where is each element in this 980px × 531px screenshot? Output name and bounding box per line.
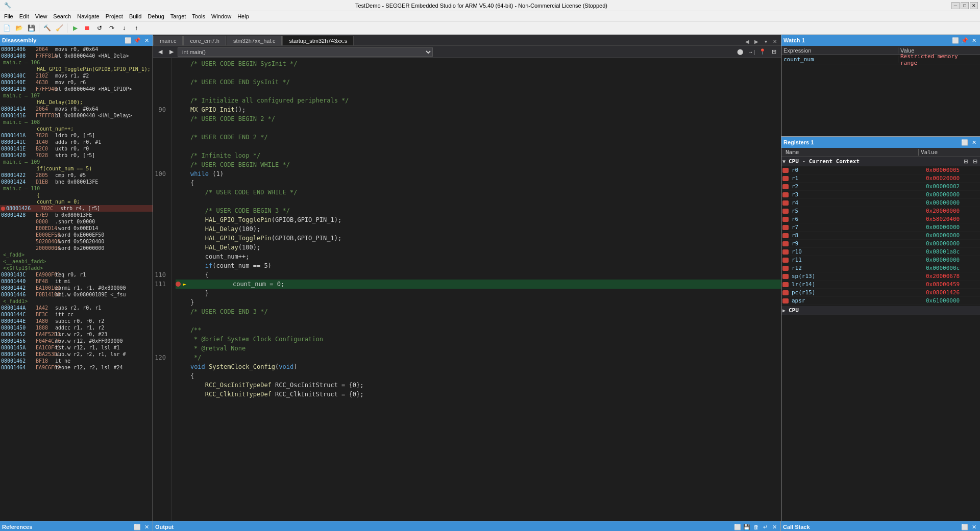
code-line[interactable]: MX_GPIO_Init(); — [176, 105, 781, 114]
disasm-float-btn[interactable]: ⬜ — [124, 36, 132, 44]
watch-close-btn[interactable]: ✕ — [970, 36, 978, 44]
code-line[interactable]: ► count_num = 0; — [176, 280, 781, 289]
new-btn[interactable]: 📄 — [1, 22, 12, 34]
menu-item-edit[interactable]: Edit — [16, 12, 32, 20]
watch-pin-btn[interactable]: 📌 — [961, 36, 969, 44]
menu-item-window[interactable]: Window — [208, 12, 234, 20]
breakpoint-btn[interactable]: ⬤ — [735, 47, 745, 57]
run-cursor-btn[interactable]: →| — [746, 47, 756, 57]
code-content[interactable]: /* USER CODE BEGIN SysInit */ /* USER CO… — [172, 58, 781, 521]
menu-item-file[interactable]: File — [1, 12, 16, 20]
menu-item-help[interactable]: Help — [234, 12, 252, 20]
reg-close-btn[interactable]: ✕ — [970, 138, 978, 146]
code-line[interactable]: * @retval None — [176, 344, 781, 353]
step-over-btn[interactable]: ↷ — [106, 22, 117, 34]
code-line[interactable]: { — [176, 371, 781, 381]
debug-reset-btn[interactable]: ↺ — [94, 22, 105, 34]
reg-subgroup-cpu[interactable]: ▶ CPU — [781, 306, 980, 315]
code-editor[interactable]: 90100110111120 /* USER CODE BEGIN SysIni… — [153, 58, 781, 521]
code-line[interactable]: * @brief System Clock Configuration — [176, 335, 781, 344]
disasm-lock-btn[interactable]: 📌 — [133, 36, 141, 44]
tab-main-c[interactable]: main.c — [153, 36, 183, 45]
menu-item-tools[interactable]: Tools — [189, 12, 208, 20]
code-line[interactable]: /* USER CODE END SysInit */ — [176, 78, 781, 87]
menu-item-debug[interactable]: Debug — [144, 12, 167, 20]
code-line[interactable]: } — [176, 298, 781, 307]
tab-nav-right[interactable]: ▶ — [752, 37, 761, 45]
code-line[interactable]: HAL_GPIO_TogglePin(GPIOB,GPIO_PIN_1); — [176, 215, 781, 224]
menu-item-navigate[interactable]: Navigate — [74, 12, 102, 20]
build-btn[interactable]: 🔨 — [41, 22, 53, 34]
code-line[interactable]: /* USER CODE BEGIN 2 */ — [176, 114, 781, 123]
code-line[interactable] — [176, 68, 781, 78]
code-line[interactable]: /* USER CODE END 3 */ — [176, 307, 781, 316]
ref-float-btn[interactable]: ⬜ — [133, 523, 141, 531]
watch-float-btn[interactable]: ⬜ — [951, 36, 960, 44]
code-line[interactable]: RCC_ClkInitTypeDef RCC_ClkInitStruct = {… — [176, 390, 781, 399]
menu-item-build[interactable]: Build — [126, 12, 144, 20]
output-float-btn[interactable]: ⬜ — [733, 523, 742, 531]
code-line[interactable]: /* USER CODE BEGIN WHILE */ — [176, 160, 781, 169]
tab-startup_stm32h743xx-s[interactable]: startup_stm32h743xx.s — [282, 36, 354, 45]
code-line[interactable]: /** — [176, 325, 781, 335]
code-line[interactable]: HAL_Delay(100); — [176, 243, 781, 252]
code-line[interactable]: /* USER CODE BEGIN 3 */ — [176, 206, 781, 215]
open-btn[interactable]: 📂 — [13, 22, 24, 34]
menu-item-search[interactable]: Search — [50, 12, 74, 20]
menu-item-target[interactable]: Target — [167, 12, 189, 20]
code-line[interactable]: /* USER CODE BEGIN SysInit */ — [176, 59, 781, 68]
code-line[interactable] — [176, 197, 781, 206]
debug-stop-btn[interactable]: ⏹ — [82, 22, 93, 34]
reg-body[interactable]: Name Value ▼ CPU - Current Context ⊞ ⊟ r… — [781, 148, 980, 521]
tab-nav-left[interactable]: ◀ — [743, 37, 751, 45]
go-fwd-btn[interactable]: ▶ — [166, 47, 177, 57]
disassembly-body[interactable]: 080014062064movs r0, #0x6408001408F7FF81… — [0, 46, 153, 521]
code-line[interactable] — [176, 142, 781, 151]
menu-item-project[interactable]: Project — [103, 12, 126, 20]
tab-core_cm7-h[interactable]: core_cm7.h — [183, 36, 226, 45]
ref-close-btn[interactable]: ✕ — [142, 523, 151, 531]
code-line[interactable]: { — [176, 179, 781, 188]
minimize-btn[interactable]: ─ — [951, 2, 960, 9]
code-line[interactable]: } — [176, 289, 781, 298]
menu-item-view[interactable]: View — [32, 12, 51, 20]
code-line[interactable]: /* USER CODE END 2 */ — [176, 133, 781, 142]
cs-close-btn[interactable]: ✕ — [970, 523, 978, 531]
tab-stm32h7xx_hal-c[interactable]: stm32h7xx_hal.c — [227, 36, 282, 45]
set-pc-btn[interactable]: 📍 — [757, 47, 768, 57]
code-line[interactable]: if(count_num == 5) — [176, 261, 781, 270]
step-out-btn[interactable]: ↑ — [131, 22, 142, 34]
debug-start-btn[interactable]: ▶ — [69, 22, 81, 34]
step-into-btn[interactable]: ↓ — [118, 22, 130, 34]
reg-float-btn[interactable]: ⬜ — [961, 138, 969, 146]
output-close-btn[interactable]: ✕ — [770, 523, 778, 531]
cs-float-btn[interactable]: ⬜ — [961, 523, 969, 531]
save-btn[interactable]: 💾 — [26, 22, 37, 34]
reg-collapse-btn[interactable]: ⊟ — [971, 158, 979, 166]
output-clear-btn[interactable]: 🗑 — [752, 523, 760, 531]
code-line[interactable]: /* USER CODE END WHILE */ — [176, 188, 781, 197]
go-back-btn[interactable]: ◀ — [155, 47, 165, 57]
mixed-view-btn[interactable]: ⊞ — [769, 47, 779, 57]
output-save-btn[interactable]: 💾 — [743, 523, 751, 531]
reg-expand-btn[interactable]: ⊞ — [962, 158, 970, 166]
clean-btn[interactable]: 🧹 — [54, 22, 65, 34]
code-line[interactable]: HAL_Delay(100); — [176, 224, 781, 234]
code-line[interactable]: /* Initialize all configured peripherals… — [176, 96, 781, 105]
code-line[interactable] — [176, 123, 781, 133]
code-line[interactable]: count_num++; — [176, 252, 781, 261]
code-line[interactable]: */ — [176, 353, 781, 362]
code-line[interactable]: { — [176, 270, 781, 280]
code-line[interactable] — [176, 87, 781, 96]
code-line[interactable]: RCC_OscInitTypeDef RCC_OscInitStruct = {… — [176, 381, 781, 390]
code-line[interactable]: HAL_GPIO_TogglePin(GPIOB,GPIO_PIN_1); — [176, 234, 781, 243]
editor-close[interactable]: ✕ — [771, 37, 779, 45]
output-wrap-btn[interactable]: ↵ — [761, 523, 769, 531]
reg-group-row[interactable]: ▼ CPU - Current Context ⊞ ⊟ — [781, 157, 980, 166]
close-btn[interactable]: ✕ — [970, 2, 978, 9]
disasm-close-btn[interactable]: ✕ — [142, 36, 151, 44]
code-line[interactable]: while (1) — [176, 169, 781, 179]
code-line[interactable] — [176, 316, 781, 325]
function-dropdown[interactable]: int main() — [178, 47, 433, 57]
tab-list[interactable]: ▾ — [762, 37, 770, 45]
